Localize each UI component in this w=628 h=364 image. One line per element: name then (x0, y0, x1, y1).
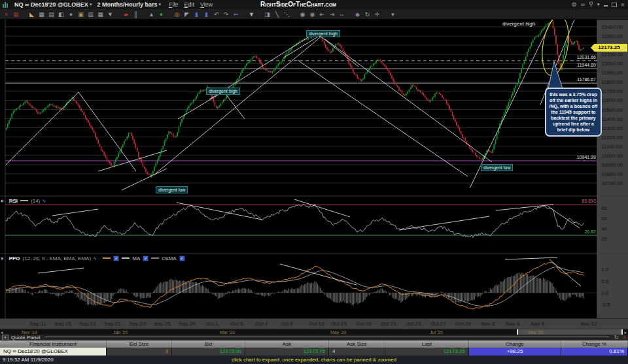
redo-icon[interactable]: ↷ (221, 10, 231, 19)
quote-col-ask-size[interactable]: Ask Size (329, 340, 385, 348)
quote-panel-title: Quote Panel (11, 335, 40, 340)
extend-left-icon[interactable]: ⇤ (317, 10, 327, 19)
divergent-high-label[interactable]: divergent high (500, 20, 537, 27)
maximize-button[interactable] (612, 3, 617, 7)
globe-icon[interactable]: ● (156, 10, 166, 19)
ppo-legend-checkbox[interactable]: ✓ (179, 256, 185, 261)
ppo-legend-label: MA (132, 256, 140, 261)
minimize-button[interactable] (604, 5, 608, 7)
settings-tool-icon[interactable]: ✛ (372, 10, 382, 19)
rsi-close-button[interactable]: × (1, 198, 4, 204)
window-controls: ⚙ ∞ ▾ × (572, 0, 625, 9)
gear-icon[interactable]: ⚙ (572, 1, 577, 8)
ppo-header: × PPO (12, 26, 9 - EMA, EMA, EMA) ϟ ✓MA✓… (1, 255, 185, 261)
quote-panel-collapse-button[interactable]: ▾ (2, 335, 9, 341)
close-window-button[interactable]: × (621, 1, 625, 8)
ppo-close-button[interactable]: × (1, 256, 4, 261)
quote-close-icon[interactable]: × (623, 335, 626, 340)
quote-col-change-[interactable]: Change % (561, 340, 628, 348)
layout-icon[interactable]: ▥ (86, 10, 96, 19)
pin-caret-icon[interactable]: ▾ (597, 2, 600, 7)
rsi-settings-icon[interactable]: ϟ (43, 198, 45, 204)
image-icon[interactable]: ◧ (56, 10, 66, 19)
quote-col-last[interactable]: Last (385, 340, 469, 348)
symbol-caret-icon: ▾ (90, 2, 92, 7)
mountain-chart-icon[interactable]: ▲ (147, 10, 156, 19)
slant-chart-icon[interactable]: ◨ (262, 10, 272, 19)
edit-pencil-icon[interactable]: ▰ (121, 10, 131, 19)
filter-icon[interactable]: ▼ (247, 10, 256, 19)
status-hint: click chart to expand. once expanded, ch… (0, 357, 628, 363)
quote-col-bid-size[interactable]: Bid Size (107, 340, 172, 348)
status-bar: 9:19:32 AM 11/9/2020 click chart to expa… (0, 356, 628, 364)
menu-edit[interactable]: Edit (184, 1, 194, 8)
ppo-settings-icon[interactable]: ϟ (94, 256, 96, 261)
quote-col-financial-instrument[interactable]: Financial Instrument (0, 340, 107, 348)
ppo-legend-swatch (103, 257, 111, 259)
quote-col-bid[interactable]: Bid (172, 340, 245, 348)
pattern-grid-icon[interactable]: ▦ (11, 10, 21, 19)
close-chart-icon[interactable]: × (1, 10, 11, 19)
timeframe-selector[interactable]: 2 Months/Hourly bars ▾ (97, 1, 161, 8)
print-icon[interactable]: ▤ (46, 10, 56, 19)
cursor-icon[interactable]: ◤ (182, 10, 192, 19)
quote-row[interactable]: NQ ∞ Dec18'20 @GLOBEX312173.0012173.7541… (0, 348, 628, 356)
undo-icon[interactable]: ↶ (211, 10, 221, 19)
ppo-label: PPO (9, 256, 20, 261)
quote-panel-rule (45, 337, 608, 339)
zoom-in-icon[interactable]: ◉ (298, 10, 307, 19)
panel-blue-icon[interactable]: ▮ (192, 10, 201, 19)
divergent-high-label[interactable]: divergent high (306, 30, 340, 37)
ppo-legend-checkbox[interactable]: ✓ (143, 256, 148, 261)
target-icon[interactable]: ◎ (172, 10, 182, 19)
quote-cell-change[interactable]: +98.25 (469, 348, 561, 356)
annotation-bubble[interactable]: this was a 3.75% drop off the earlier hi… (545, 88, 602, 137)
zoom-out-icon[interactable]: ◉ (307, 10, 317, 19)
timeframe-label: 2 Months/Hourly bars (97, 1, 157, 8)
timeframe-caret-icon: ▾ (158, 2, 161, 7)
rotate-icon[interactable]: ↻ (362, 10, 372, 19)
pointer-tool-icon[interactable]: ◣ (27, 10, 37, 19)
symbol-selector[interactable]: NQ ∞ Dec18'20 @GLOBEX ▾ (14, 1, 92, 8)
multi-trendline-icon[interactable]: ⋱ (282, 10, 292, 19)
quote-cell-bid-size[interactable]: 3 (107, 348, 172, 356)
expand-horizontal-icon[interactable]: ⇔ (337, 10, 347, 19)
extend-right-icon[interactable]: ⇥ (327, 10, 337, 19)
layout-grid-icon[interactable]: ▦ (96, 10, 105, 19)
volume-bars-icon[interactable]: ║ (131, 10, 141, 19)
back-arrow-icon[interactable]: ⇐ (231, 10, 241, 19)
pin-icon[interactable] (589, 1, 593, 8)
menu-view[interactable]: View (200, 1, 213, 8)
quote-cell-change-[interactable]: 0.81% (561, 348, 628, 356)
folder-icon[interactable]: ▣ (76, 10, 86, 19)
layouts-caret-icon[interactable]: ▼ (105, 10, 115, 19)
ppo-legend-checkbox[interactable]: ✓ (113, 256, 119, 261)
rsi-label: RSI (9, 198, 18, 204)
link-icon[interactable]: ∞ (581, 1, 585, 8)
divergent-low-label[interactable]: divergent low (481, 164, 513, 171)
quote-col-ask[interactable]: Ask (245, 340, 329, 348)
quote-cell-financial-instrument[interactable]: NQ ∞ Dec18'20 @GLOBEX (0, 348, 107, 356)
chart-area[interactable]: 12400.0012300.0012200.0012100.0012000.00… (0, 19, 628, 335)
chart-canvas[interactable] (0, 19, 628, 329)
quote-refresh-icon[interactable]: ↻ (614, 335, 619, 340)
menu-file[interactable]: File (169, 1, 179, 8)
more-caret-icon[interactable]: ▾ (388, 10, 398, 19)
quote-cell-last[interactable]: 12173.25 (385, 348, 469, 356)
panel-blue2-icon[interactable]: ▮ (201, 10, 211, 19)
quote-cell-bid[interactable]: 12173.00 (172, 348, 245, 356)
rsi-params: (14) (31, 198, 40, 204)
divergent-high-label[interactable]: divergent high (206, 88, 240, 95)
sphere-icon[interactable]: ● (66, 10, 76, 19)
quote-col-change[interactable]: Change (469, 340, 561, 348)
menu-bar: FileEditView (169, 1, 213, 8)
grid-icon[interactable]: ▦ (37, 10, 46, 19)
trendline-icon[interactable]: ╲ (272, 10, 282, 19)
quote-panel: ▾ Quote Panel ↻ × Financial InstrumentBi… (0, 335, 628, 356)
divergent-low-label[interactable]: divergent low (156, 186, 188, 193)
ppo-params: (12, 26, 9 - EMA, EMA, EMA) (23, 256, 91, 261)
shapes-icon[interactable]: ◆ (353, 10, 362, 19)
symbol-label: NQ ∞ Dec18'20 @GLOBEX (14, 1, 88, 8)
quote-cell-ask-size[interactable]: 4 (329, 348, 385, 356)
quote-cell-ask[interactable]: 12173.75 (245, 348, 329, 356)
